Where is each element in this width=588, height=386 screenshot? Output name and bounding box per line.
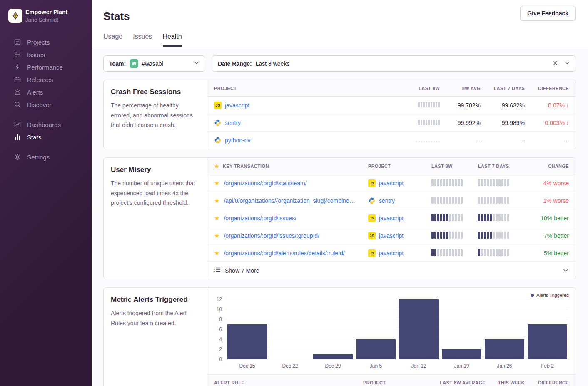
column-header: 8W AVG [440, 86, 481, 91]
chart-bar[interactable] [442, 349, 482, 359]
star-icon: ★ [214, 163, 219, 169]
difference-value: 0.07%↓ [525, 102, 569, 109]
tab-health[interactable]: Health [163, 33, 182, 47]
x-axis-label: Feb 2 [526, 363, 569, 369]
filter-bar: Team: W #wasabi Date Range: Last 8 weeks [103, 55, 576, 72]
project-link[interactable]: javascript [225, 102, 249, 109]
chart-bar[interactable] [313, 354, 353, 359]
issues-icon [14, 51, 21, 58]
sparkline [478, 197, 509, 204]
sidebar-item-label: Performance [27, 64, 63, 71]
project-link[interactable]: javascript [379, 232, 404, 239]
sidebar-item-settings[interactable]: Settings [0, 151, 92, 163]
team-selector[interactable]: Team: W #wasabi [103, 55, 205, 72]
project-link[interactable]: sentry [379, 197, 395, 204]
plot-area [226, 299, 569, 359]
project-link[interactable]: sentry [225, 120, 241, 126]
tab-bar: Usage Issues Health [103, 33, 576, 47]
sparkline [431, 179, 463, 186]
nav-divider [0, 111, 92, 118]
avg-value: – [440, 137, 481, 144]
give-feedback-button[interactable]: Give Feedback [520, 6, 576, 21]
transaction-link[interactable]: /organizations/:orgId/alerts/rules/detai… [224, 250, 344, 257]
column-header: LAST 7 DAYS [481, 86, 525, 91]
sidebar-item-dashboards[interactable]: Dashboards [0, 118, 92, 131]
column-header: PROJECT [363, 380, 434, 385]
sidebar-item-discover[interactable]: Discover [0, 98, 92, 111]
panel-title: Metric Alerts Triggered [111, 296, 199, 304]
list-icon [214, 266, 221, 274]
sidebar-item-issues[interactable]: Issues [0, 48, 92, 61]
avg-value: 99.992% [440, 120, 481, 126]
sidebar-item-releases[interactable]: Releases [0, 73, 92, 86]
page-header: Stats Give Feedback Usage Issues Health [92, 0, 588, 47]
bar-slot [397, 299, 440, 359]
sidebar-item-performance[interactable]: Performance [0, 61, 92, 73]
column-header: PROJECT [368, 164, 431, 169]
chart-bar[interactable] [528, 324, 568, 359]
sparkline [418, 120, 440, 125]
tab-issues[interactable]: Issues [133, 33, 152, 47]
table-row: ★ /organizations/:orgId/stats/team/ JS j… [207, 174, 576, 192]
chart-bar[interactable] [356, 339, 396, 359]
transaction-link[interactable]: /api/0/organizations/{organization_slug}… [224, 197, 355, 204]
sidebar-item-projects[interactable]: Projects [0, 36, 92, 48]
bar-slot [269, 299, 311, 359]
chart-bar[interactable] [399, 299, 439, 359]
project-link[interactable]: javascript [379, 180, 404, 187]
sparkline [431, 249, 463, 256]
project-link[interactable]: javascript [379, 250, 404, 257]
chart-bar[interactable] [227, 324, 267, 359]
date-range-selector[interactable]: Date Range: Last 8 weeks [212, 55, 576, 72]
date-range-label: Date Range: [218, 60, 252, 67]
change-value: 7% better [525, 232, 569, 239]
show-more-label: Show 7 More [225, 267, 259, 274]
table-row: ★ /organizations/:orgId/alerts/rules/det… [207, 244, 576, 262]
table-row: ★ /organizations/:orgId/issues/:groupId/… [207, 227, 576, 244]
key-transaction-star-icon[interactable]: ★ [214, 180, 219, 186]
transaction-link[interactable]: /organizations/:orgId/issues/:groupId/ [224, 232, 319, 239]
table-row: ★ /api/0/organizations/{organization_slu… [207, 192, 576, 209]
key-transaction-star-icon[interactable]: ★ [214, 197, 219, 204]
releases-icon [14, 76, 21, 83]
transaction-link[interactable]: /organizations/:orgId/issues/ [224, 215, 296, 222]
change-value: 4% worse [525, 180, 569, 187]
project-link[interactable]: python-ov [225, 137, 250, 144]
sidebar-item-alerts[interactable]: Alerts [0, 86, 92, 98]
org-name: Empower Plant [25, 8, 67, 16]
chevron-down-icon [564, 60, 570, 67]
key-transaction-star-icon[interactable]: ★ [214, 232, 219, 239]
tab-usage[interactable]: Usage [103, 33, 122, 47]
chart-bar[interactable] [485, 339, 525, 359]
team-label: Team: [109, 60, 126, 67]
difference-value: 0.003%↓ [525, 120, 569, 126]
sparkline [478, 249, 509, 256]
column-header: ALERT RULE [214, 380, 363, 385]
chevron-down-icon [563, 267, 569, 274]
user-misery-panel: User Misery The number of unique users t… [103, 157, 576, 279]
key-transaction-star-icon[interactable]: ★ [214, 215, 219, 221]
transaction-link[interactable]: /organizations/:orgId/stats/team/ [224, 180, 306, 187]
bar-slot [526, 299, 569, 359]
sidebar-item-label: Projects [27, 39, 50, 46]
chart-legend[interactable]: Alerts Triggered [531, 293, 569, 298]
sparkline [478, 214, 509, 221]
down-arrow-icon: ↓ [566, 102, 569, 109]
show-more-button[interactable]: Show 7 More [207, 262, 576, 279]
key-transaction-star-icon[interactable]: ★ [214, 250, 219, 256]
sparkline [478, 179, 509, 186]
bar-slot [440, 299, 483, 359]
python-platform-icon [368, 197, 376, 204]
clear-icon[interactable] [553, 60, 558, 67]
sidebar-item-stats[interactable]: Stats [0, 131, 92, 143]
javascript-platform-icon: JS [368, 214, 376, 222]
panel-title: Crash Free Sessions [111, 88, 199, 96]
javascript-platform-icon: JS [214, 102, 222, 109]
x-axis-label: Dec 29 [311, 363, 354, 369]
project-link[interactable]: javascript [379, 215, 404, 222]
column-header: DIFFERENCE [525, 86, 569, 91]
org-switcher[interactable]: Empower Plant Jane Schmidt [0, 6, 92, 26]
avg-value: 99.702% [440, 102, 481, 109]
y-axis-tick: 0 [219, 356, 222, 362]
discover-icon [14, 101, 21, 108]
